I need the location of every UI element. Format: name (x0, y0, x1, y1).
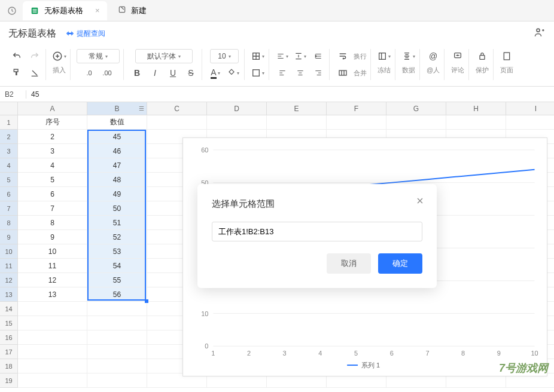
cell[interactable]: 7 (18, 201, 87, 216)
cell[interactable]: 序号 (18, 115, 87, 130)
remind-link[interactable]: 提醒查阅 (66, 29, 105, 39)
align-left-button[interactable] (275, 66, 290, 80)
cell[interactable]: 8 (18, 216, 87, 230)
align-v-button[interactable]: ▾ (293, 49, 308, 63)
column-header-C[interactable]: C (147, 102, 207, 115)
font-select[interactable]: 默认字体▾ (135, 49, 193, 63)
cell[interactable] (18, 345, 87, 359)
cell[interactable]: 4 (18, 158, 87, 173)
range-input[interactable] (212, 222, 422, 241)
strike-button[interactable]: S (184, 66, 198, 80)
row-header[interactable]: 8 (0, 216, 18, 230)
tab-document[interactable]: 无标题表格 × (23, 1, 107, 20)
indent-button[interactable] (311, 49, 325, 63)
cell-value[interactable]: 45 (26, 90, 44, 99)
column-header-A[interactable]: A (18, 102, 87, 115)
cell[interactable] (87, 359, 147, 373)
cell[interactable]: 52 (87, 230, 147, 244)
cell[interactable] (87, 302, 147, 316)
cell[interactable] (506, 115, 554, 130)
page-button[interactable] (500, 49, 514, 63)
cell[interactable]: 9 (18, 230, 87, 244)
decimal-inc-button[interactable]: .00 (100, 66, 114, 80)
cell[interactable] (267, 115, 327, 130)
cell[interactable]: 54 (87, 259, 147, 273)
document-title[interactable]: 无标题表格 (8, 27, 56, 40)
cell[interactable] (87, 330, 147, 345)
row-header[interactable]: 17 (0, 345, 18, 359)
format-painter-button[interactable] (10, 66, 24, 80)
row-header[interactable]: 19 (0, 373, 18, 388)
row-header[interactable]: 11 (0, 259, 18, 273)
history-icon[interactable] (5, 4, 19, 18)
cell[interactable]: 56 (87, 287, 147, 302)
tab-new[interactable]: 新建 (111, 1, 154, 20)
column-header-B[interactable]: B☰ (87, 102, 147, 115)
row-header[interactable]: 10 (0, 244, 18, 259)
cell-style-button[interactable]: ▾ (251, 66, 265, 80)
filter-icon[interactable]: ☰ (139, 105, 144, 112)
column-header-I[interactable]: I (506, 102, 554, 115)
protect-button[interactable] (475, 49, 489, 63)
row-header[interactable]: 16 (0, 330, 18, 345)
number-format-select[interactable]: 常规▾ (77, 49, 120, 63)
row-header[interactable]: 5 (0, 173, 18, 187)
cell-reference[interactable]: B2 (0, 90, 26, 99)
close-icon[interactable]: × (95, 6, 100, 15)
cell[interactable] (327, 115, 386, 130)
cell[interactable] (18, 359, 87, 373)
cell[interactable]: 46 (87, 144, 147, 158)
comment-button[interactable] (450, 49, 465, 63)
column-header-D[interactable]: D (207, 102, 267, 115)
row-header[interactable]: 14 (0, 302, 18, 316)
column-header-G[interactable]: G (386, 102, 446, 115)
cell[interactable] (87, 345, 147, 359)
align-h-button[interactable]: ▾ (275, 49, 290, 63)
at-button[interactable]: @ (426, 49, 440, 63)
row-header[interactable]: 12 (0, 273, 18, 287)
cell[interactable]: 13 (18, 287, 87, 302)
align-right-button[interactable] (311, 66, 325, 80)
column-header-F[interactable]: F (327, 102, 386, 115)
cell[interactable] (18, 330, 87, 345)
freeze-button[interactable]: ▾ (377, 49, 391, 63)
underline-button[interactable]: U (166, 66, 180, 80)
column-header-E[interactable]: E (267, 102, 327, 115)
cell[interactable] (147, 115, 207, 130)
cell[interactable]: 数值 (87, 115, 147, 130)
cell[interactable] (18, 316, 87, 330)
cancel-button[interactable]: 取消 (327, 253, 371, 274)
close-icon[interactable] (415, 196, 425, 208)
cell[interactable]: 48 (87, 173, 147, 187)
row-header[interactable]: 18 (0, 359, 18, 373)
ok-button[interactable]: 确定 (378, 253, 422, 274)
row-header[interactable]: 9 (0, 230, 18, 244)
cell[interactable]: 11 (18, 259, 87, 273)
insert-plus-button[interactable]: ▾ (52, 49, 66, 63)
row-header[interactable]: 6 (0, 187, 18, 201)
row-header[interactable]: 2 (0, 130, 18, 144)
cell[interactable]: 12 (18, 273, 87, 287)
cell[interactable]: 6 (18, 187, 87, 201)
cell[interactable]: 3 (18, 144, 87, 158)
cell[interactable]: 5 (18, 173, 87, 187)
share-icon[interactable] (534, 26, 546, 41)
cell[interactable]: 55 (87, 273, 147, 287)
fill-color-button[interactable]: ▾ (226, 66, 241, 80)
row-header[interactable]: 15 (0, 316, 18, 330)
wrap-button[interactable] (336, 49, 350, 63)
redo-button[interactable] (28, 49, 42, 63)
cell[interactable]: 51 (87, 216, 147, 230)
cell[interactable] (386, 115, 446, 130)
cell[interactable]: 53 (87, 244, 147, 259)
cell[interactable]: 45 (87, 130, 147, 144)
cell[interactable] (207, 115, 267, 130)
cell[interactable] (18, 302, 87, 316)
select-all-corner[interactable] (0, 102, 18, 115)
undo-button[interactable] (10, 49, 24, 63)
decimal-dec-button[interactable]: .0 (82, 66, 96, 80)
column-header-H[interactable]: H (446, 102, 506, 115)
font-size-select[interactable]: 10▾ (210, 49, 239, 63)
cell[interactable] (87, 316, 147, 330)
row-header[interactable]: 7 (0, 201, 18, 216)
